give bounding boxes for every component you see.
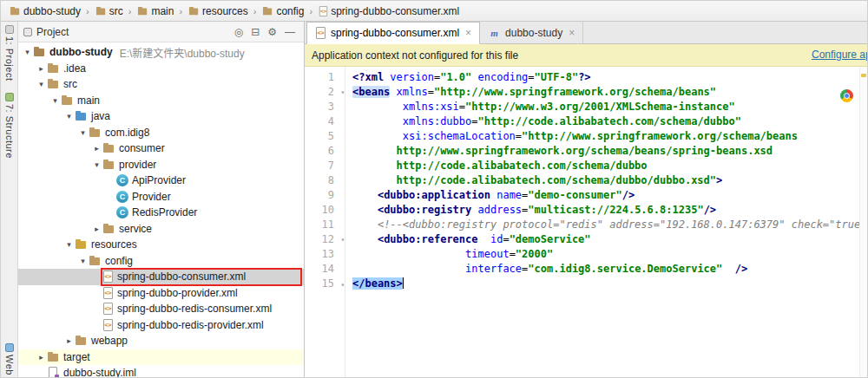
code-line-1[interactable]: 1<?xml version="1.0" encoding="UTF-8"?> bbox=[305, 70, 867, 85]
expand-arrow-icon[interactable]: ▸ bbox=[36, 61, 47, 76]
fold-marker-icon[interactable]: ▾ bbox=[338, 232, 348, 247]
editor-tab-dubbo-study[interactable]: mdubbo-study× bbox=[480, 22, 583, 43]
tree-item-label: resources bbox=[91, 238, 137, 251]
error-stripe-scrollbar[interactable] bbox=[859, 67, 867, 377]
project-panel-header: Project ◎⊟⚙— bbox=[18, 22, 304, 42]
fold-column bbox=[338, 218, 348, 232]
fold-column bbox=[338, 262, 348, 277]
code-line-2[interactable]: 2▾<beans xmlns="http://www.springframewo… bbox=[305, 85, 867, 100]
code-line-7[interactable]: 7 http://code.alibabatech.com/schema/dub… bbox=[305, 159, 867, 173]
project-tree: ▾dubbo-studyE:\新建文件夹\dubbo-study▸.idea▾s… bbox=[18, 42, 304, 377]
code-line-11[interactable]: 11 <!--<dubbo:registry protocol="redis" … bbox=[305, 218, 867, 232]
folder-icon bbox=[47, 62, 60, 75]
tree-item-label: java bbox=[91, 110, 110, 122]
collapse-arrow-icon[interactable]: ▾ bbox=[22, 44, 33, 60]
line-number: 6 bbox=[305, 144, 338, 159]
expand-arrow-icon[interactable]: ▸ bbox=[91, 221, 102, 237]
tree-indent bbox=[18, 132, 77, 133]
tree-item-spring-dubbo-consumer-xml[interactable]: spring-dubbo-consumer.xml bbox=[18, 269, 304, 285]
tree-indent bbox=[18, 244, 63, 245]
code-line-14[interactable]: 14 interface="com.idig8.service.DemoServ… bbox=[305, 262, 867, 277]
tree-item-config[interactable]: ▾config bbox=[18, 253, 304, 270]
tree-item-provider[interactable]: CProvider bbox=[18, 189, 304, 205]
fold-marker-icon[interactable]: ▴ bbox=[338, 277, 348, 291]
tree-item-src[interactable]: ▾src bbox=[18, 76, 304, 93]
collapse-arrow-icon[interactable]: ▾ bbox=[91, 157, 102, 173]
breadcrumb-item-config[interactable]: config bbox=[259, 4, 306, 18]
breadcrumb-item-dubbo-study[interactable]: dubbo-study bbox=[6, 4, 83, 18]
tree-item-dubbo-study[interactable]: ▾dubbo-studyE:\新建文件夹\dubbo-study bbox=[18, 44, 304, 61]
configure-context-link[interactable]: Configure application context bbox=[812, 49, 867, 61]
tree-item-consumer[interactable]: ▸consumer bbox=[18, 140, 304, 157]
chrome-browser-icon[interactable] bbox=[840, 89, 853, 102]
tree-indent bbox=[18, 324, 91, 325]
project-folder-icon bbox=[33, 46, 46, 58]
tree-item-spring-dubbo-redis-consumer-xml[interactable]: spring-dubbo-redis-consumer.xml bbox=[18, 301, 304, 317]
tool-button-web[interactable]: Web bbox=[4, 343, 15, 375]
breadcrumb-separator-icon: › bbox=[309, 6, 312, 16]
code-text: interface="com.idig8.service.DemoService… bbox=[348, 262, 747, 277]
tree-indent bbox=[18, 341, 63, 342]
breadcrumb-item-src[interactable]: src bbox=[92, 4, 126, 18]
line-number: 8 bbox=[305, 173, 338, 188]
tree-item-provider[interactable]: ▾provider bbox=[18, 157, 304, 173]
tree-indent bbox=[18, 292, 91, 293]
tab-close-icon[interactable]: × bbox=[569, 28, 575, 38]
tree-item-java[interactable]: ▾java bbox=[18, 108, 304, 125]
breadcrumb-item-main[interactable]: main bbox=[134, 4, 176, 18]
tree-item-target[interactable]: ▸target bbox=[18, 349, 304, 366]
tree-item-dubbo-study-iml[interactable]: dubbo-study.iml bbox=[18, 365, 304, 377]
tree-item-idea[interactable]: ▸.idea bbox=[18, 61, 304, 77]
tree-item-redisprovider[interactable]: CRedisProvider bbox=[18, 205, 304, 221]
code-line-5[interactable]: 5 xsi:schemaLocation="http://www.springf… bbox=[305, 129, 867, 144]
breadcrumb-item-resources[interactable]: resources bbox=[185, 4, 251, 18]
resources-folder-icon bbox=[75, 238, 88, 251]
web-tool-icon bbox=[5, 343, 14, 352]
tree-item-spring-dubbo-provider-xml[interactable]: spring-dubbo-provider.xml bbox=[18, 285, 304, 302]
editor-tab-spring-dubbo-consumer-xml[interactable]: spring-dubbo-consumer.xml× bbox=[306, 22, 480, 44]
tree-item-spring-dubbo-redis-provider-xml[interactable]: spring-dubbo-redis-provider.xml bbox=[18, 317, 304, 334]
collapse-arrow-icon[interactable]: ▾ bbox=[77, 253, 89, 269]
code-line-4[interactable]: 4 xmlns:dubbo="http://code.alibabatech.c… bbox=[305, 114, 867, 129]
tree-item-main[interactable]: ▾main bbox=[18, 93, 304, 109]
collapse-all-icon[interactable]: ⊟ bbox=[251, 27, 260, 37]
expand-arrow-icon[interactable]: ▸ bbox=[91, 140, 102, 156]
tree-item-webapp[interactable]: ▸webapp bbox=[18, 333, 304, 349]
breadcrumb: dubbo-study›src›main›resources›config›sp… bbox=[1, 1, 867, 22]
line-number: 2 bbox=[305, 85, 338, 100]
expand-arrow-icon[interactable]: ▸ bbox=[36, 349, 47, 365]
expand-arrow-icon[interactable]: ▸ bbox=[63, 333, 75, 349]
code-line-13[interactable]: 13 timeout="2000" bbox=[305, 247, 867, 262]
collapse-arrow-icon[interactable]: ▾ bbox=[77, 125, 89, 140]
collapse-arrow-icon[interactable]: ▾ bbox=[63, 108, 75, 124]
tree-item-resources[interactable]: ▾resources bbox=[18, 237, 304, 253]
hide-panel-icon[interactable]: — bbox=[285, 27, 295, 37]
code-line-6[interactable]: 6 http://www.springframework.org/schema/… bbox=[305, 144, 867, 159]
locate-file-icon[interactable]: ◎ bbox=[234, 27, 243, 37]
breadcrumb-item-spring-dubbo-consumer-xml[interactable]: spring-dubbo-consumer.xml bbox=[315, 4, 462, 18]
tree-item-label: Provider bbox=[132, 191, 171, 203]
code-text: xsi:schemaLocation="http://www.springfra… bbox=[348, 129, 798, 144]
code-line-9[interactable]: 9 <dubbo:application name="demo-consumer… bbox=[305, 188, 867, 203]
code-editor[interactable]: 1<?xml version="1.0" encoding="UTF-8"?>2… bbox=[305, 67, 867, 377]
tree-item-apiprovider[interactable]: CApiProvider bbox=[18, 173, 304, 189]
code-line-10[interactable]: 10 <dubbo:registry address="multicast://… bbox=[305, 203, 867, 218]
code-line-12[interactable]: 12▾ <dubbo:reference id="demoService" bbox=[305, 232, 867, 247]
tool-button-1-project[interactable]: 1: Project bbox=[4, 25, 15, 81]
tree-item-service[interactable]: ▸service bbox=[18, 221, 304, 238]
code-line-15[interactable]: 15▴</beans> bbox=[305, 277, 867, 291]
code-line-8[interactable]: 8 http://code.alibabatech.com/schema/dub… bbox=[305, 173, 867, 188]
collapse-arrow-icon[interactable]: ▾ bbox=[49, 93, 61, 108]
tree-item-label: service bbox=[119, 223, 152, 235]
line-number: 1 bbox=[305, 70, 338, 85]
tab-close-icon[interactable]: × bbox=[465, 28, 471, 38]
code-line-3[interactable]: 3 xmlns:xsi="http://www.w3.org/2001/XMLS… bbox=[305, 100, 867, 114]
folder-icon bbox=[95, 6, 107, 16]
collapse-arrow-icon[interactable]: ▾ bbox=[63, 237, 75, 252]
fold-marker-icon[interactable]: ▾ bbox=[338, 85, 348, 100]
fold-column bbox=[338, 203, 348, 218]
collapse-arrow-icon[interactable]: ▾ bbox=[36, 76, 47, 92]
tree-item-com-idig8[interactable]: ▾com.idig8 bbox=[18, 125, 304, 141]
settings-gear-icon[interactable]: ⚙ bbox=[267, 27, 277, 37]
tool-button-7-structure[interactable]: 7: Structure bbox=[4, 93, 15, 159]
